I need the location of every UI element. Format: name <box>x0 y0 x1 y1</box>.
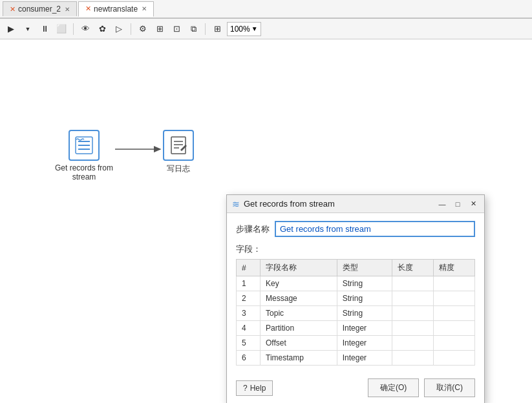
dialog-footer: ? Help 确定(O) 取消(C) <box>227 373 484 403</box>
node-write-log-label: 写日志 <box>167 163 190 174</box>
help-icon: ? <box>243 384 248 393</box>
fields-table-header: # 字段名称 类型 长度 精度 <box>237 260 475 276</box>
cell-2-1: Topic <box>261 306 337 321</box>
node-get-records-icon <box>69 130 100 161</box>
grid-button[interactable]: ⊞ <box>210 22 224 36</box>
node-write-log-icon <box>163 130 194 161</box>
cell-4-4 <box>433 336 474 351</box>
cell-3-1: Partition <box>261 321 337 336</box>
dialog-body: 步骤名称 字段： # 字段名称 类型 长度 精度 1KeyString2Mess… <box>227 213 484 373</box>
cell-1-2: String <box>337 291 392 306</box>
step-name-row: 步骤名称 <box>236 221 475 237</box>
dialog-title-text: Get records from stream <box>244 199 436 209</box>
cell-4-2: Integer <box>337 336 392 351</box>
tab-close-newtranslate[interactable]: ✕ <box>142 5 147 12</box>
svg-rect-6 <box>171 137 186 154</box>
table-row: 6TimestampInteger <box>237 351 475 366</box>
dialog-titlebar: ≋ Get records from stream — □ ✕ <box>227 195 484 213</box>
node-get-records[interactable]: Get records from stream <box>52 130 116 181</box>
hop2-button[interactable]: ▷ <box>112 22 126 36</box>
zoom-control[interactable]: 100% ▼ <box>227 22 261 36</box>
cell-2-4 <box>433 306 474 321</box>
canvas: Get records from stream 写日志 ≋ Get record… <box>0 39 532 403</box>
cell-5-2: Integer <box>337 351 392 366</box>
tab-label-consumer2: consumer_2 <box>18 5 61 14</box>
toolbar: ▶ ▼ ⏸ ⬜ 👁 ✿ ▷ ⚙ ⊞ ⊡ ⧉ ⊞ 100% ▼ <box>0 19 532 39</box>
cell-0-3 <box>392 276 433 291</box>
tab-icon-consumer2: ✕ <box>10 5 16 14</box>
cell-0-2: String <box>337 276 392 291</box>
table-row: 1KeyString <box>237 276 475 291</box>
table-row: 5OffsetInteger <box>237 336 475 351</box>
tab-consumer2[interactable]: ✕ consumer_2 ✕ <box>3 1 77 16</box>
cell-5-0: 6 <box>237 351 261 366</box>
cell-5-3 <box>392 351 433 366</box>
cell-1-1: Message <box>261 291 337 306</box>
fields-section-label: 字段： <box>236 243 475 255</box>
dialog-minimize-button[interactable]: — <box>436 198 448 210</box>
cell-1-3 <box>392 291 433 306</box>
step-name-label: 步骤名称 <box>236 223 270 235</box>
dialog-get-records: ≋ Get records from stream — □ ✕ 步骤名称 字段：… <box>226 194 485 403</box>
tool4-button[interactable]: ⊞ <box>153 22 167 36</box>
dialog-maximize-button[interactable]: □ <box>452 198 463 210</box>
run-button[interactable]: ▶ <box>4 22 18 36</box>
tool5-button[interactable]: ⊡ <box>169 22 184 36</box>
zoom-dropdown-icon: ▼ <box>251 25 258 32</box>
cell-3-0: 4 <box>237 321 261 336</box>
cell-2-0: 3 <box>237 306 261 321</box>
dialog-window-controls: — □ ✕ <box>436 198 479 210</box>
preview-button[interactable]: 👁 <box>78 22 92 36</box>
node-get-records-label: Get records from stream <box>52 163 116 181</box>
cell-0-0: 1 <box>237 276 261 291</box>
stop-button[interactable]: ⬜ <box>54 22 69 36</box>
col-header-name: 字段名称 <box>261 260 337 276</box>
tab-label-newtranslate: newtranslate <box>94 5 138 14</box>
tab-newtranslate[interactable]: ✕ newtranslate ✕ <box>78 1 154 17</box>
cell-0-1: Key <box>261 276 337 291</box>
pause-button[interactable]: ⏸ <box>37 22 52 36</box>
tool3-button[interactable]: ⚙ <box>136 22 150 36</box>
table-row: 4PartitionInteger <box>237 321 475 336</box>
tab-icon-newtranslate: ✕ <box>85 5 91 13</box>
cell-5-1: Timestamp <box>261 351 337 366</box>
fields-table: # 字段名称 类型 长度 精度 1KeyString2MessageString… <box>236 259 475 366</box>
cell-2-3 <box>392 306 433 321</box>
run-dropdown-button[interactable]: ▼ <box>21 22 35 36</box>
tab-close-consumer2[interactable]: ✕ <box>65 6 70 13</box>
fields-table-body: 1KeyString2MessageString3TopicString4Par… <box>237 276 475 366</box>
cell-0-4 <box>433 276 474 291</box>
ok-button[interactable]: 确定(O) <box>368 378 419 397</box>
cell-3-2: Integer <box>337 321 392 336</box>
table-row: 2MessageString <box>237 291 475 306</box>
zoom-value: 100% <box>230 25 250 34</box>
cell-4-3 <box>392 336 433 351</box>
cell-1-4 <box>433 291 474 306</box>
step-name-input[interactable] <box>275 221 475 237</box>
cell-3-4 <box>433 321 474 336</box>
separator-3 <box>205 23 206 35</box>
cell-4-0: 5 <box>237 336 261 351</box>
col-header-precision: 精度 <box>433 260 474 276</box>
dialog-title-icon: ≋ <box>232 199 240 209</box>
separator-1 <box>73 23 74 35</box>
table-row: 3TopicString <box>237 306 475 321</box>
col-header-length: 长度 <box>392 260 433 276</box>
cell-1-0: 2 <box>237 291 261 306</box>
col-header-num: # <box>237 260 261 276</box>
tool6-button[interactable]: ⧉ <box>186 22 200 36</box>
col-header-type: 类型 <box>337 260 392 276</box>
help-button[interactable]: ? Help <box>236 380 273 396</box>
cell-2-2: String <box>337 306 392 321</box>
cell-5-4 <box>433 351 474 366</box>
separator-2 <box>131 23 131 35</box>
cell-3-3 <box>392 321 433 336</box>
dialog-close-button[interactable]: ✕ <box>467 198 479 210</box>
cell-4-1: Offset <box>261 336 337 351</box>
cancel-button[interactable]: 取消(C) <box>424 378 475 397</box>
tab-bar: ✕ consumer_2 ✕ ✕ newtranslate ✕ <box>0 0 532 18</box>
node-write-log[interactable]: 写日志 <box>163 130 194 174</box>
help-label: Help <box>250 384 266 393</box>
hop-button[interactable]: ✿ <box>95 22 109 36</box>
